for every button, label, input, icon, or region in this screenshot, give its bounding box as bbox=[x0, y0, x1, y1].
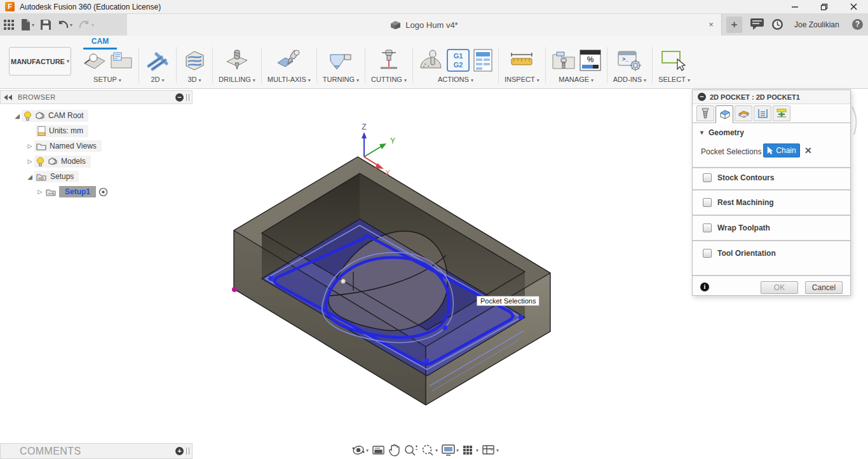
cancel-button[interactable]: Cancel bbox=[805, 281, 843, 294]
viewports-button[interactable] bbox=[482, 444, 499, 456]
viewport[interactable]: Z Y X Pocket Selections BROWSER − CAM Ro bbox=[0, 89, 868, 459]
tool-orientation-checkbox[interactable] bbox=[703, 249, 712, 258]
group-label-2d[interactable]: 2D bbox=[151, 76, 164, 83]
2d-milling-icon[interactable] bbox=[145, 50, 170, 71]
minimize-button[interactable] bbox=[780, 0, 810, 13]
rest-machining-checkbox[interactable] bbox=[703, 198, 712, 207]
tool-orientation-row[interactable]: Tool Orientation bbox=[703, 249, 776, 258]
wrap-toolpath-checkbox[interactable] bbox=[703, 223, 712, 232]
grip-dot-blue-4[interactable] bbox=[424, 359, 429, 363]
tree-item-setup1[interactable]: Setup1 bbox=[0, 184, 193, 199]
grip-dot-white[interactable] bbox=[341, 279, 346, 284]
collapsed-triangle-icon[interactable] bbox=[25, 158, 34, 164]
setup-sheet-icon[interactable] bbox=[473, 49, 492, 72]
tree-item-setups[interactable]: Setups bbox=[0, 169, 193, 184]
grip-dot-blue-2[interactable] bbox=[519, 315, 523, 319]
app-grid-button[interactable] bbox=[4, 20, 15, 30]
wrap-toolpath-row[interactable]: Wrap Toolpath bbox=[703, 223, 770, 232]
help-button[interactable]: ? bbox=[852, 19, 863, 30]
active-setup-target-icon[interactable] bbox=[98, 187, 108, 197]
expanded-triangle-icon[interactable] bbox=[25, 173, 34, 180]
tab-tool[interactable] bbox=[696, 105, 714, 121]
addins-scripts-icon[interactable]: >_ bbox=[617, 49, 642, 72]
new-setup-icon[interactable] bbox=[82, 50, 106, 71]
remove-selection-icon[interactable]: ✕ bbox=[804, 145, 812, 156]
new-folder-setup-icon[interactable] bbox=[110, 50, 133, 70]
chain-selection-button[interactable]: Chain bbox=[763, 143, 800, 157]
tab-heights[interactable] bbox=[735, 105, 752, 121]
select-icon[interactable] bbox=[661, 49, 688, 72]
measure-icon[interactable] bbox=[509, 50, 534, 71]
setup1-selected-chip[interactable]: Setup1 bbox=[59, 186, 96, 197]
close-button[interactable] bbox=[839, 0, 868, 13]
multi-axis-icon[interactable] bbox=[276, 49, 302, 72]
post-process-icon[interactable] bbox=[419, 49, 443, 72]
browser-header[interactable]: BROWSER − bbox=[0, 90, 193, 104]
tab-linking[interactable] bbox=[773, 105, 790, 121]
close-document-icon[interactable]: × bbox=[706, 20, 716, 30]
new-document-button[interactable]: + bbox=[726, 17, 742, 33]
browser-resize-grip[interactable] bbox=[186, 94, 189, 101]
save-button[interactable] bbox=[41, 20, 51, 30]
machining-time-icon[interactable]: % bbox=[580, 50, 601, 71]
drilling-icon[interactable] bbox=[225, 49, 249, 72]
zoom-button[interactable] bbox=[403, 444, 417, 456]
turning-icon[interactable] bbox=[328, 50, 353, 71]
tab-geometry[interactable] bbox=[715, 105, 733, 123]
job-status-button[interactable] bbox=[771, 18, 783, 33]
group-label-select[interactable]: SELECT bbox=[658, 76, 690, 83]
g1g2-code-icon[interactable]: G1G2 bbox=[447, 49, 470, 72]
display-settings-button[interactable] bbox=[441, 444, 459, 456]
group-label-drilling[interactable]: DRILLING bbox=[219, 76, 255, 83]
feedback-button[interactable] bbox=[750, 18, 764, 32]
3d-milling-icon[interactable] bbox=[182, 49, 207, 72]
group-label-cutting[interactable]: CUTTING bbox=[371, 76, 407, 83]
pan-button[interactable] bbox=[388, 444, 400, 456]
tree-item-named-views[interactable]: Named Views bbox=[0, 138, 193, 154]
group-label-setup[interactable]: SETUP bbox=[93, 76, 121, 83]
collapsed-triangle-icon[interactable] bbox=[25, 143, 34, 149]
expand-comments-icon[interactable]: + bbox=[175, 447, 184, 455]
look-at-button[interactable] bbox=[372, 444, 385, 456]
geometry-section-header[interactable]: ▼ Geometry bbox=[699, 128, 744, 137]
collapse-all-icon[interactable]: − bbox=[175, 93, 184, 102]
group-label-addins[interactable]: ADD-INS bbox=[613, 76, 646, 83]
grid-button[interactable] bbox=[462, 444, 478, 456]
grip-dot-blue-3[interactable] bbox=[443, 326, 447, 330]
comments-resize-grip[interactable] bbox=[186, 448, 189, 455]
group-label-inspect[interactable]: INSPECT bbox=[505, 76, 539, 83]
dialog-collapse-icon[interactable]: − bbox=[698, 93, 706, 101]
orbit-button[interactable] bbox=[351, 444, 369, 456]
group-label-actions[interactable]: ACTIONS bbox=[438, 76, 473, 83]
group-label-manage[interactable]: MANAGE bbox=[559, 76, 593, 83]
tree-item-cam-root[interactable]: CAM Root bbox=[0, 108, 193, 123]
ok-button[interactable]: OK bbox=[761, 281, 798, 294]
dialog-header[interactable]: − 2D POCKET : 2D POCKET1 bbox=[693, 90, 850, 104]
grip-dot-blue-1[interactable] bbox=[269, 276, 273, 281]
restore-button[interactable] bbox=[810, 0, 839, 13]
zoom-window-button[interactable] bbox=[421, 444, 438, 456]
tree-item-models[interactable]: Models bbox=[0, 154, 193, 169]
tool-library-icon[interactable] bbox=[552, 50, 576, 71]
user-account-button[interactable]: Joe Zoulikian bbox=[794, 14, 839, 36]
tree-item-units[interactable]: Units: mm bbox=[0, 123, 193, 138]
info-icon[interactable]: i bbox=[700, 283, 709, 291]
cutting-icon[interactable] bbox=[377, 49, 400, 72]
rest-machining-row[interactable]: Rest Machining bbox=[703, 198, 774, 207]
comments-panel[interactable]: COMMENTS + bbox=[0, 443, 193, 459]
visibility-bulb-icon[interactable] bbox=[24, 111, 32, 121]
collapse-panel-arrows-icon[interactable] bbox=[4, 95, 13, 100]
redo-button[interactable] bbox=[79, 20, 94, 29]
stock-contours-checkbox[interactable] bbox=[703, 173, 712, 182]
grip-dot-magenta[interactable] bbox=[232, 287, 237, 292]
expanded-triangle-icon[interactable] bbox=[13, 112, 22, 119]
group-label-3d[interactable]: 3D bbox=[187, 76, 201, 83]
undo-button[interactable] bbox=[57, 20, 72, 29]
visibility-bulb-icon[interactable] bbox=[36, 157, 44, 166]
workspace-selector[interactable]: MANUFACTURE bbox=[9, 47, 71, 76]
collapsed-triangle-icon[interactable] bbox=[36, 189, 44, 195]
stock-contours-row[interactable]: Stock Contours bbox=[703, 173, 774, 182]
tab-passes[interactable] bbox=[754, 105, 771, 121]
group-label-turning[interactable]: TURNING bbox=[323, 76, 359, 83]
group-label-multiaxis[interactable]: MULTI-AXIS bbox=[268, 76, 311, 83]
